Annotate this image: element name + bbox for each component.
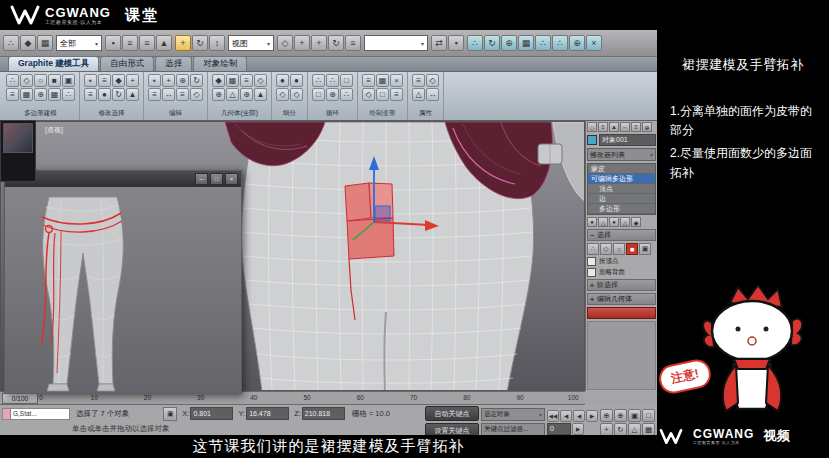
checkbox[interactable] <box>587 257 596 266</box>
percent-snap-icon[interactable]: ≡ <box>345 35 361 51</box>
auto-key-button[interactable]: 自动关键点 <box>425 406 479 421</box>
random-connect-icon[interactable]: ∴ <box>340 88 353 101</box>
maximize-icon[interactable]: □ <box>210 173 223 185</box>
modifier-stack-item[interactable]: 蒙皮 <box>588 164 655 174</box>
rollout-selection[interactable]: −选择 <box>587 229 656 241</box>
cap-poly-icon[interactable]: ≡ <box>240 74 253 87</box>
meshsmooth-icon[interactable]: ● <box>290 74 303 87</box>
select-by-name-icon[interactable]: ≡ <box>122 35 138 51</box>
modifier-stack-item[interactable]: 多边形 <box>588 204 655 214</box>
selection-lock-icon[interactable]: ▣ <box>163 407 177 421</box>
push-pull-icon[interactable]: ▦ <box>376 74 389 87</box>
show-end-result-icon[interactable]: △ <box>598 217 608 227</box>
prev-key-icon[interactable]: ◀ <box>560 410 572 422</box>
curve-editor-icon[interactable]: ⊕ <box>501 35 517 51</box>
named-selection-dropdown[interactable]: ▾ <box>364 35 428 51</box>
select-object-icon[interactable]: ▪ <box>105 35 121 51</box>
utilities-tab-icon[interactable]: ⊕ <box>642 122 652 132</box>
checkbox[interactable] <box>587 268 596 277</box>
dot-loop-icon[interactable]: ↻ <box>112 88 125 101</box>
step-ring-icon[interactable]: ● <box>98 88 111 101</box>
loop-icon[interactable]: ◆ <box>112 74 125 87</box>
slice-plane-icon[interactable]: ↻ <box>190 74 203 87</box>
unhide-all-icon[interactable]: ◇ <box>426 74 439 87</box>
hide-selected-icon[interactable]: ≡ <box>412 74 425 87</box>
ring-icon[interactable]: + <box>126 74 139 87</box>
floating-window-titlebar[interactable]: 透视 1 ─□× <box>5 171 241 187</box>
cut-icon[interactable]: ↔ <box>162 88 175 101</box>
chamfer-icon[interactable]: ▲ <box>254 88 267 101</box>
rect-region-icon[interactable]: ≡ <box>139 35 155 51</box>
listener-script-pane[interactable]: G,Stat... <box>11 408 70 420</box>
step-loop-icon[interactable]: ≡ <box>84 88 97 101</box>
pin-icon[interactable]: ● <box>587 217 597 227</box>
object-name-field[interactable]: 对象001 <box>599 134 656 146</box>
tweak-icon[interactable]: ▦ <box>48 88 61 101</box>
zoom-region-icon[interactable]: □ <box>642 409 655 422</box>
maxscript-mini-listener[interactable]: G,Stat... <box>2 408 70 420</box>
full-interactivity-icon[interactable]: ▦ <box>20 88 33 101</box>
pan-icon[interactable]: + <box>600 423 613 436</box>
subdivide-icon[interactable]: ◇ <box>290 88 303 101</box>
tessellate-icon[interactable]: ● <box>276 74 289 87</box>
bridge-icon[interactable]: ⊕ <box>240 88 253 101</box>
modify-mode-icon[interactable]: ⊕ <box>34 88 47 101</box>
pinch-icon[interactable]: ◇ <box>362 88 375 101</box>
modifier-stack-item[interactable]: 边 <box>588 194 655 204</box>
vertex-icon[interactable]: ∴ <box>587 243 599 255</box>
configure-icon[interactable]: ◆ <box>631 217 641 227</box>
quadify-icon[interactable]: ◇ <box>254 74 267 87</box>
selected-filter-dropdown[interactable]: 选定对象▾ <box>481 408 545 421</box>
border-icon[interactable]: ○ <box>34 74 47 87</box>
layer-manager-icon[interactable]: ∴ <box>467 35 483 51</box>
angle-snap-icon[interactable]: ↻ <box>328 35 344 51</box>
move-icon[interactable]: + <box>175 35 191 51</box>
modify-tab-icon[interactable]: ≡ <box>598 122 608 132</box>
snap-toggle-icon[interactable]: + <box>311 35 327 51</box>
edge-icon[interactable]: ◇ <box>20 74 33 87</box>
go-start-icon[interactable]: ◀◀ <box>547 410 559 422</box>
maximize-viewport-icon[interactable]: ▦ <box>642 423 655 436</box>
visibility-icon[interactable]: ↔ <box>426 88 439 101</box>
modifier-list-dropdown[interactable]: 修改器列表▾ <box>587 148 656 161</box>
use-pivot-icon[interactable]: ◇ <box>277 35 293 51</box>
use-displacement-icon[interactable]: ◇ <box>276 88 289 101</box>
align-icon[interactable]: ▪ <box>448 35 464 51</box>
insert-loop-icon[interactable]: ∴ <box>312 74 325 87</box>
play-icon[interactable]: ▶ <box>586 410 598 422</box>
ribbon-tab[interactable]: 对象绘制 <box>193 56 247 71</box>
orbit-icon[interactable]: ↻ <box>614 423 627 436</box>
unlink-icon[interactable]: ◆ <box>20 35 36 51</box>
edge-icon[interactable]: ◇ <box>600 243 612 255</box>
next-frame-icon[interactable]: ▶ <box>572 423 584 435</box>
listener-macro-pane[interactable] <box>2 408 11 420</box>
highlighted-tool-row[interactable] <box>587 307 656 319</box>
remove-modifier-icon[interactable]: △ <box>620 217 630 227</box>
selection-filter-dropdown[interactable]: 全部▾ <box>56 35 102 51</box>
ribbon-tab[interactable]: Graphite 建模工具 <box>8 56 99 71</box>
polygon-icon[interactable]: ■ <box>626 243 638 255</box>
create-icon[interactable]: ▦ <box>226 74 239 87</box>
weld-icon[interactable]: ⊕ <box>212 88 225 101</box>
shrink-icon[interactable]: ≡ <box>98 74 111 87</box>
preview-icon[interactable]: ∴ <box>62 88 75 101</box>
shift-brush-icon[interactable]: ≡ <box>362 74 375 87</box>
rollout-soft-selection[interactable]: +软选择 <box>587 279 656 291</box>
material-editor-icon[interactable]: ∴ <box>535 35 551 51</box>
prev-frame-icon[interactable]: ◀ <box>573 410 585 422</box>
rotate-icon[interactable]: ↻ <box>192 35 208 51</box>
schematic-view-icon[interactable]: ▦ <box>518 35 534 51</box>
create-tab-icon[interactable]: ◇ <box>587 122 597 132</box>
set-flow-icon[interactable]: □ <box>340 74 353 87</box>
floating-viewport-window[interactable]: 透视 1 ─□× <box>4 170 242 394</box>
frame-number-field[interactable]: 0 <box>547 423 571 435</box>
scale-icon[interactable]: ↕ <box>209 35 225 51</box>
modifier-stack-item[interactable]: 可编辑多边形 <box>588 174 655 184</box>
build-corner-icon[interactable]: ⊕ <box>326 88 339 101</box>
fov-icon[interactable]: △ <box>628 423 641 436</box>
coordinate-field[interactable]: 0.801 <box>190 407 233 420</box>
object-color-swatch[interactable] <box>587 135 597 145</box>
select-link-icon[interactable]: ∴ <box>3 35 19 51</box>
reference-coordinate-dropdown[interactable]: 视图▾ <box>228 35 274 51</box>
coordinate-field[interactable]: 16.478 <box>246 407 289 420</box>
